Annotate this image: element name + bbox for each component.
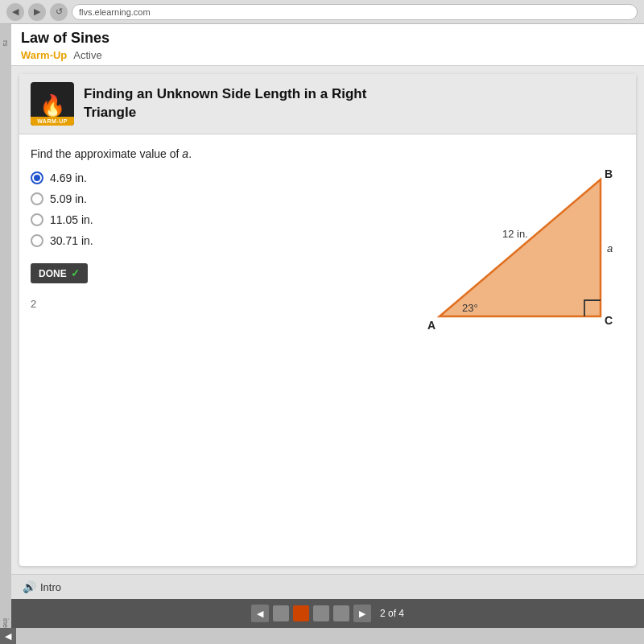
- prev-page-btn[interactable]: ◀: [251, 605, 269, 622]
- option-2-label: 5.09 in.: [50, 192, 87, 205]
- vertex-c-label: C: [605, 314, 613, 327]
- radio-3[interactable]: [31, 213, 43, 226]
- checkmark-icon: ✓: [71, 267, 80, 279]
- intro-label: Intro: [40, 581, 61, 593]
- unknown-label: a: [607, 242, 613, 254]
- sidebar-label-top: rs: [2, 40, 10, 47]
- card-body: Find the approximate value of a. 4.69 in…: [19, 134, 636, 566]
- page-dot-3[interactable]: [313, 605, 329, 621]
- radio-4[interactable]: [31, 234, 43, 247]
- svg-marker-0: [440, 180, 601, 316]
- diagram-area: A B C 12 in. a 23°: [407, 147, 625, 553]
- bottom-nav: 🔊 Intro: [11, 574, 644, 599]
- radio-1[interactable]: [31, 171, 43, 184]
- option-3[interactable]: 11.05 in.: [31, 213, 399, 226]
- warmup-label: Warm-Up: [21, 49, 67, 61]
- card-header: 🔥 WARM-UP Finding an Unknown Side Length…: [19, 74, 636, 134]
- question-area: Find the approximate value of a. 4.69 in…: [31, 147, 399, 553]
- option-4-label: 30.71 in.: [50, 234, 93, 247]
- vertex-b-label: B: [605, 167, 613, 180]
- left-sidebar: rs ine: [0, 24, 11, 644]
- address-bar[interactable]: flvs.elearning.com: [72, 4, 638, 20]
- intro-button[interactable]: 🔊 Intro: [23, 580, 61, 593]
- side-label: 12 in.: [502, 228, 528, 240]
- option-1-label: 4.69 in.: [50, 171, 87, 184]
- radio-2[interactable]: [31, 192, 43, 205]
- top-header: Law of Sines Warm-Up Active: [11, 24, 644, 66]
- speaker-icon: 🔊: [23, 580, 36, 593]
- next-page-btn[interactable]: ▶: [353, 605, 371, 622]
- page-dot-1[interactable]: [273, 605, 289, 621]
- question-text: Find the approximate value of a.: [31, 147, 399, 160]
- card-title: Finding an Unknown Side Length in a Righ…: [84, 85, 366, 122]
- option-4[interactable]: 30.71 in.: [31, 234, 399, 247]
- page-dot-4[interactable]: [333, 605, 349, 621]
- page-title: Law of Sines: [21, 30, 634, 47]
- angle-label: 23°: [462, 302, 478, 314]
- fire-icon: 🔥: [39, 95, 65, 116]
- back-button[interactable]: ◀: [6, 3, 24, 21]
- vertex-a-label: A: [427, 319, 436, 332]
- option-2[interactable]: 5.09 in.: [31, 192, 399, 205]
- browser-bar: ◀ ▶ ↺ flvs.elearning.com: [0, 0, 644, 24]
- sidebar-label-bottom: ine: [2, 618, 10, 628]
- warmup-icon: 🔥 WARM-UP: [31, 82, 74, 126]
- option-3-label: 11.05 in.: [50, 213, 93, 226]
- done-button[interactable]: DONE ✓: [31, 263, 88, 283]
- triangle-diagram: A B C 12 in. a 23°: [407, 147, 633, 349]
- status-row: Warm-Up Active: [21, 49, 634, 61]
- page-count-label: 2 of 4: [380, 608, 404, 619]
- status-badge: Active: [73, 49, 101, 61]
- main-card: 🔥 WARM-UP Finding an Unknown Side Length…: [19, 74, 636, 566]
- footer-strip: [11, 628, 644, 644]
- option-1[interactable]: 4.69 in.: [31, 171, 399, 184]
- bottom-left-arrow[interactable]: ◀: [0, 628, 16, 644]
- page-indicator-left: 2: [31, 298, 399, 310]
- page-dot-2[interactable]: [293, 605, 309, 621]
- forward-button[interactable]: ▶: [28, 3, 46, 21]
- refresh-button[interactable]: ↺: [50, 3, 68, 21]
- pagination-bar: ◀ ▶ 2 of 4: [11, 599, 644, 628]
- main-content: Law of Sines Warm-Up Active 🔥 WARM-UP Fi…: [11, 24, 644, 644]
- warmup-badge: WARM-UP: [31, 117, 74, 126]
- options-list: 4.69 in. 5.09 in. 11.05 in. 30.7: [31, 171, 399, 247]
